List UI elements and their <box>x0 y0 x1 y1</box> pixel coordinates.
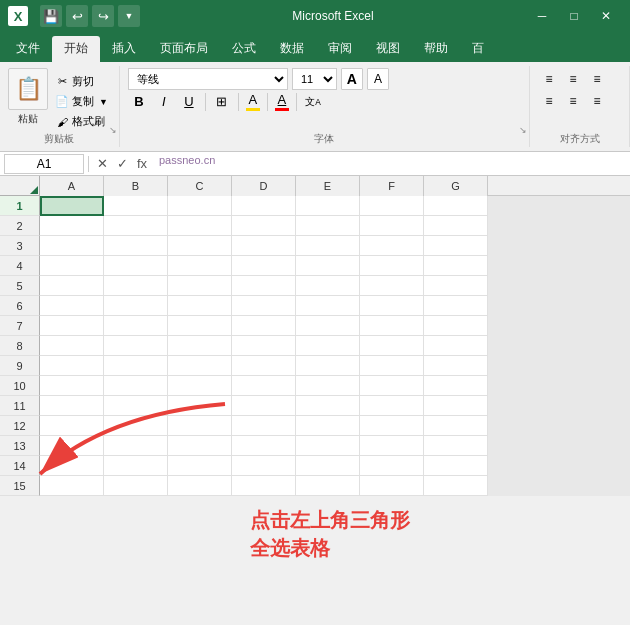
cell-C12[interactable] <box>168 416 232 436</box>
cell-A7[interactable] <box>40 316 104 336</box>
font-size-decrease-btn[interactable]: A <box>367 68 389 90</box>
cell-B10[interactable] <box>104 376 168 396</box>
cell-F6[interactable] <box>360 296 424 316</box>
cell-C9[interactable] <box>168 356 232 376</box>
cell-F3[interactable] <box>360 236 424 256</box>
cell-B4[interactable] <box>104 256 168 276</box>
cell-A9[interactable] <box>40 356 104 376</box>
cell-D5[interactable] <box>232 276 296 296</box>
tab-pagelayout[interactable]: 页面布局 <box>148 36 220 62</box>
cell-D2[interactable] <box>232 216 296 236</box>
cell-D10[interactable] <box>232 376 296 396</box>
row-header-1[interactable]: 1 <box>0 196 40 216</box>
cell-E5[interactable] <box>296 276 360 296</box>
italic-btn[interactable]: I <box>153 91 175 113</box>
cell-D3[interactable] <box>232 236 296 256</box>
cell-C14[interactable] <box>168 456 232 476</box>
cell-A10[interactable] <box>40 376 104 396</box>
cell-G14[interactable] <box>424 456 488 476</box>
cell-F5[interactable] <box>360 276 424 296</box>
cell-D7[interactable] <box>232 316 296 336</box>
cell-G4[interactable] <box>424 256 488 276</box>
cell-E9[interactable] <box>296 356 360 376</box>
bold-btn[interactable]: B <box>128 91 150 113</box>
cell-D14[interactable] <box>232 456 296 476</box>
row-header-12[interactable]: 12 <box>0 416 40 436</box>
cell-E4[interactable] <box>296 256 360 276</box>
cell-G3[interactable] <box>424 236 488 256</box>
col-header-e[interactable]: E <box>296 176 360 196</box>
cell-B15[interactable] <box>104 476 168 496</box>
cell-B1[interactable] <box>104 196 168 216</box>
cell-G5[interactable] <box>424 276 488 296</box>
cell-G10[interactable] <box>424 376 488 396</box>
cell-A15[interactable] <box>40 476 104 496</box>
cell-C5[interactable] <box>168 276 232 296</box>
paste-btn[interactable]: 📋 <box>8 68 48 110</box>
cell-E1[interactable] <box>296 196 360 216</box>
col-header-b[interactable]: B <box>104 176 168 196</box>
align-middle-btn[interactable]: ≡ <box>562 68 584 90</box>
font-size-increase-btn[interactable]: A <box>341 68 363 90</box>
cell-C6[interactable] <box>168 296 232 316</box>
cell-G12[interactable] <box>424 416 488 436</box>
row-header-5[interactable]: 5 <box>0 276 40 296</box>
cell-E10[interactable] <box>296 376 360 396</box>
row-header-3[interactable]: 3 <box>0 236 40 256</box>
cell-A13[interactable] <box>40 436 104 456</box>
cell-C13[interactable] <box>168 436 232 456</box>
cell-B12[interactable] <box>104 416 168 436</box>
cell-G2[interactable] <box>424 216 488 236</box>
align-bottom-btn[interactable]: ≡ <box>586 68 608 90</box>
cell-F12[interactable] <box>360 416 424 436</box>
cell-D4[interactable] <box>232 256 296 276</box>
row-header-13[interactable]: 13 <box>0 436 40 456</box>
row-header-2[interactable]: 2 <box>0 216 40 236</box>
cancel-formula-icon[interactable]: ✕ <box>93 155 111 173</box>
cell-F4[interactable] <box>360 256 424 276</box>
tab-data[interactable]: 数据 <box>268 36 316 62</box>
cell-G13[interactable] <box>424 436 488 456</box>
cell-F8[interactable] <box>360 336 424 356</box>
row-header-10[interactable]: 10 <box>0 376 40 396</box>
cell-B13[interactable] <box>104 436 168 456</box>
cut-btn[interactable]: ✂ 剪切 <box>52 72 111 91</box>
cell-E3[interactable] <box>296 236 360 256</box>
cell-F10[interactable] <box>360 376 424 396</box>
row-header-15[interactable]: 15 <box>0 476 40 496</box>
cell-E6[interactable] <box>296 296 360 316</box>
cell-A4[interactable] <box>40 256 104 276</box>
col-header-d[interactable]: D <box>232 176 296 196</box>
cell-D13[interactable] <box>232 436 296 456</box>
cell-C15[interactable] <box>168 476 232 496</box>
row-header-7[interactable]: 7 <box>0 316 40 336</box>
save-btn[interactable]: 💾 <box>40 5 62 27</box>
font-size-select[interactable]: 11 <box>292 68 337 90</box>
cell-B8[interactable] <box>104 336 168 356</box>
cell-F13[interactable] <box>360 436 424 456</box>
cell-E8[interactable] <box>296 336 360 356</box>
cell-G1[interactable] <box>424 196 488 216</box>
cell-D15[interactable] <box>232 476 296 496</box>
cell-B2[interactable] <box>104 216 168 236</box>
cell-E7[interactable] <box>296 316 360 336</box>
cell-B14[interactable] <box>104 456 168 476</box>
cell-D8[interactable] <box>232 336 296 356</box>
cell-D1[interactable] <box>232 196 296 216</box>
cell-E11[interactable] <box>296 396 360 416</box>
cell-B11[interactable] <box>104 396 168 416</box>
col-header-g[interactable]: G <box>424 176 488 196</box>
customize-btn[interactable]: ▼ <box>118 5 140 27</box>
undo-btn[interactable]: ↩ <box>66 5 88 27</box>
cell-C2[interactable] <box>168 216 232 236</box>
cell-B9[interactable] <box>104 356 168 376</box>
select-all-btn[interactable] <box>0 176 40 196</box>
clipboard-expand[interactable]: ↘ <box>109 125 117 135</box>
cell-E13[interactable] <box>296 436 360 456</box>
cell-B5[interactable] <box>104 276 168 296</box>
confirm-formula-icon[interactable]: ✓ <box>113 155 131 173</box>
cell-A1[interactable] <box>40 196 104 216</box>
border-btn[interactable]: ⊞ <box>211 91 233 113</box>
cell-F7[interactable] <box>360 316 424 336</box>
cell-F1[interactable] <box>360 196 424 216</box>
